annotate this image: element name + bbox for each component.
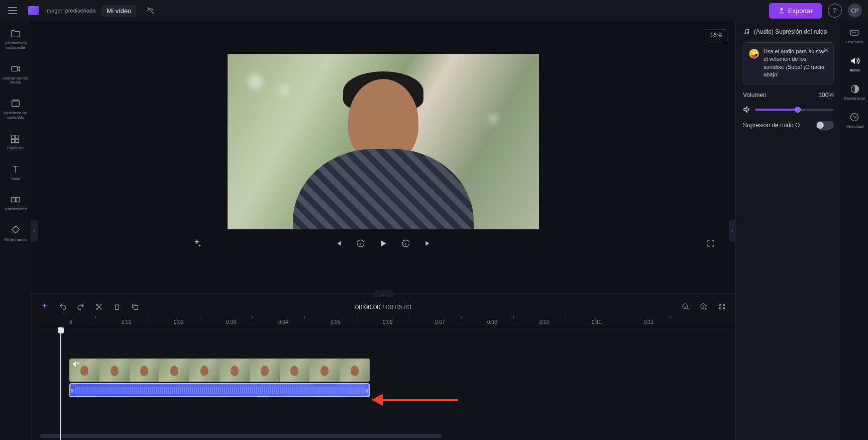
tip-close-button[interactable]: ✕ xyxy=(823,46,829,56)
folder-icon xyxy=(10,28,21,39)
rewind-5-button[interactable]: 5 xyxy=(356,239,365,248)
video-track-clip[interactable] xyxy=(69,359,370,382)
center-area: › 16:9 5 5 xyxy=(31,21,735,440)
tab-audio[interactable]: Audio xyxy=(849,55,860,72)
sidebar-item-media[interactable]: Tus archivos multimedia xyxy=(0,26,31,52)
tip-callout: 🤪 Usa el audio para ajustar el volumen d… xyxy=(743,42,834,84)
panel-header: (Audio) Supresión del ruido xyxy=(743,28,834,35)
sidebar-item-record[interactable]: Grabar &amp; create xyxy=(0,61,31,87)
total-time: 00:05.83 xyxy=(386,303,411,311)
forward-5-button[interactable]: 5 xyxy=(401,239,410,248)
sidebar-item-brand[interactable]: Kit de marca xyxy=(3,223,28,244)
volume-icon[interactable] xyxy=(743,106,751,114)
delete-button[interactable] xyxy=(113,302,122,311)
timeline-section: ⌄ 00:00.00 / 00:05.83 xyxy=(31,293,735,440)
svg-rect-5 xyxy=(12,139,15,142)
sidebar-item-transitions[interactable]: Transiciones xyxy=(3,192,28,214)
svg-text:5: 5 xyxy=(360,242,362,245)
play-button[interactable] xyxy=(378,238,388,248)
captions-icon: CC xyxy=(849,27,860,38)
sidebar-label: Transiciones xyxy=(4,207,27,212)
annotation-arrow xyxy=(373,394,458,406)
camera-icon xyxy=(10,63,21,74)
svg-point-11 xyxy=(96,304,98,306)
undo-button[interactable] xyxy=(58,302,67,311)
sidebar-label: Plantillas xyxy=(7,146,23,151)
tip-text: Usa el audio para ajustar el volumen de … xyxy=(764,48,828,79)
timeline-scrollbar[interactable] xyxy=(40,434,442,438)
timeline-toolbar: 00:00.00 / 00:05.83 xyxy=(31,297,735,316)
sidebar-label: Grabar &amp; create xyxy=(1,76,30,85)
svg-rect-7 xyxy=(11,198,15,202)
svg-text:CC: CC xyxy=(852,32,856,35)
playback-controls: 5 5 xyxy=(31,229,735,260)
right-panel: (Audio) Supresión del ruido 🤪 Usa el aud… xyxy=(735,21,841,440)
menu-button[interactable] xyxy=(6,5,19,16)
expand-right-handle[interactable]: › xyxy=(729,220,736,242)
aspect-ratio-badge[interactable]: 16:9 xyxy=(705,29,727,41)
templates-icon xyxy=(10,133,21,144)
export-label: Exportar xyxy=(788,7,813,15)
brand-icon xyxy=(10,225,21,236)
sidebar-item-templates[interactable]: Plantillas xyxy=(6,131,24,153)
skip-end-button[interactable] xyxy=(423,239,432,248)
speed-icon xyxy=(849,112,860,123)
fit-button[interactable] xyxy=(717,302,726,311)
cloud-off-icon xyxy=(146,6,155,15)
volume-slider[interactable] xyxy=(755,109,834,111)
sidebar-label: Texto xyxy=(11,177,20,182)
help-button[interactable]: ? xyxy=(828,4,842,18)
duplicate-button[interactable] xyxy=(131,302,140,311)
redo-button[interactable] xyxy=(76,302,85,311)
sidebar-label: Kit de marca xyxy=(4,238,27,242)
user-avatar[interactable]: CP xyxy=(848,4,862,18)
current-time: 00:00.00 xyxy=(355,303,381,311)
text-icon xyxy=(10,164,21,175)
audio-icon xyxy=(849,55,860,66)
sidebar-right: CC Leyendas Audio Desvanecer Velocidad xyxy=(841,21,868,440)
zoom-in-button[interactable] xyxy=(699,302,708,311)
fullscreen-button[interactable] xyxy=(706,239,715,248)
audio-track-clip[interactable]: || || xyxy=(69,383,370,397)
sidebar-label: Biblioteca de contenido xyxy=(1,111,30,120)
sidebar-left: Tus archivos multimedia Grabar &amp; cre… xyxy=(0,21,31,440)
volume-slider-row xyxy=(743,106,834,114)
volume-value: 100% xyxy=(818,92,834,99)
volume-row: Volumen 100% xyxy=(743,92,834,99)
audio-clip-trim-right[interactable]: || xyxy=(366,384,369,396)
svg-rect-1 xyxy=(12,101,19,107)
playhead[interactable] xyxy=(60,328,61,440)
ai-sparkle-button[interactable] xyxy=(192,238,202,248)
tab-label: Velocidad xyxy=(846,124,863,129)
tab-label: Audio xyxy=(849,68,859,72)
svg-rect-4 xyxy=(16,135,19,138)
mute-icon xyxy=(72,361,79,368)
tab-captions[interactable]: CC Leyendas xyxy=(846,27,863,44)
preview-area: 16:9 5 5 xyxy=(31,21,735,293)
svg-text:5: 5 xyxy=(405,242,407,245)
sidebar-item-text[interactable]: Texto xyxy=(9,162,22,184)
svg-point-12 xyxy=(96,308,98,310)
sidebar-item-library[interactable]: Biblioteca de contenido xyxy=(0,96,31,122)
export-button[interactable]: Exportar xyxy=(769,3,822,19)
transitions-icon xyxy=(10,194,21,205)
tip-emoji-icon: 🤪 xyxy=(748,48,759,79)
add-button[interactable] xyxy=(40,302,49,311)
svg-rect-0 xyxy=(11,66,17,71)
project-title[interactable]: Mi vídeo xyxy=(101,5,136,17)
split-button[interactable] xyxy=(94,302,103,311)
tab-speed[interactable]: Velocidad xyxy=(846,112,863,129)
title-prefix: Imagen prediseñada xyxy=(45,8,95,14)
tab-fade[interactable]: Desvanecer xyxy=(844,83,865,101)
noise-toggle[interactable] xyxy=(816,121,834,130)
skip-start-button[interactable] xyxy=(334,239,343,248)
timeline-ruler[interactable]: 00:010:020:030:040:050:060:070:080:090:1… xyxy=(40,316,735,328)
svg-rect-8 xyxy=(16,198,19,202)
noise-label: Supresión de ruido O xyxy=(743,122,800,129)
svg-rect-2 xyxy=(13,100,18,101)
app-logo-icon xyxy=(28,6,39,15)
zoom-out-button[interactable] xyxy=(681,302,690,311)
timeline-time: 00:00.00 / 00:05.83 xyxy=(355,303,411,311)
video-canvas[interactable] xyxy=(228,54,539,229)
topbar: Imagen prediseñada Mi vídeo Exportar ? C… xyxy=(0,0,868,21)
